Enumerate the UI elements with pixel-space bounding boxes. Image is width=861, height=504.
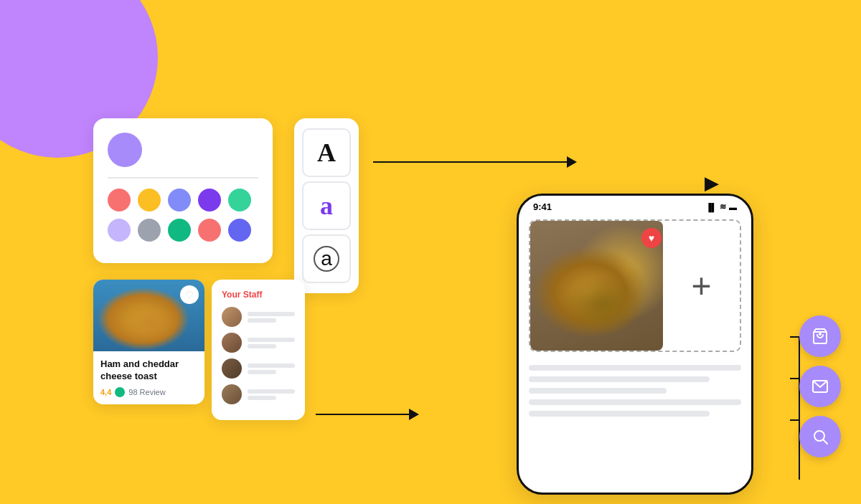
fab-tick-3 (790, 419, 800, 421)
palette-row-1 (108, 189, 258, 211)
color-dot-purple (198, 189, 221, 211)
typo-serif-lowercase: a (302, 181, 351, 230)
food-card: ♡ Ham and cheddar cheese toast 4,4 98 Re… (93, 280, 204, 404)
arrow-bottom-line (316, 414, 409, 415)
staff-avatar-2 (222, 333, 242, 353)
fab-tick-2 (790, 378, 800, 379)
arrow-head (567, 156, 577, 168)
staff-line-b (248, 318, 276, 323)
phone-content-area: ♥ + (529, 219, 741, 352)
phone-status-icons: ▐▌ ≋ ▬ (705, 202, 737, 211)
food-card-body: Ham and cheddar cheese toast 4,4 98 Revi… (93, 351, 204, 404)
food-card-image: ♡ (93, 280, 204, 351)
staff-lines-3 (248, 363, 295, 374)
phone-line-3 (529, 388, 667, 394)
phone-time: 9:41 (533, 201, 552, 212)
fab-tick-1 (790, 336, 800, 338)
rating-dot (115, 387, 125, 397)
mail-fab[interactable] (799, 366, 841, 407)
svg-line-5 (824, 440, 828, 444)
rating-reviews: 98 Review (128, 388, 165, 396)
staff-line-f (248, 370, 276, 374)
arrow-line (373, 161, 567, 163)
arrow-top (373, 156, 577, 168)
palette-card (93, 118, 273, 263)
staff-lines-4 (248, 389, 295, 400)
battery-icon: ▬ (729, 203, 737, 211)
staff-line-c (248, 338, 295, 342)
phone-line-2 (529, 376, 710, 382)
staff-row-2 (222, 333, 295, 353)
staff-line-g (248, 389, 295, 394)
typo-A-label: A (317, 138, 336, 168)
phone-plus-area: + (663, 221, 740, 351)
color-dot-gray (138, 219, 161, 242)
wifi-icon: ≋ (720, 202, 726, 211)
typo-a-purple-label: a (320, 191, 333, 221)
rating-score: 4,4 (100, 388, 111, 396)
color-dot-lavender (108, 219, 131, 242)
staff-row-1 (222, 307, 295, 327)
color-dot-red (108, 189, 131, 211)
cart-fab[interactable] (799, 315, 841, 357)
color-dot-indigo (168, 189, 191, 211)
color-dot-violet (228, 219, 251, 242)
staff-card: Your Staff (212, 280, 305, 420)
fab-group (799, 315, 841, 457)
color-dot-coral (198, 219, 221, 242)
palette-divider (108, 177, 258, 179)
staff-card-title: Your Staff (222, 290, 295, 300)
phone-heart-icon: ♥ (641, 228, 662, 248)
color-dot-yellow (138, 189, 161, 211)
palette-row-2 (108, 219, 258, 242)
plus-icon: + (691, 266, 711, 305)
arrow-bottom-head (409, 409, 419, 420)
signal-icon: ▐▌ (705, 203, 717, 211)
typo-a-rounded-label: a (314, 246, 339, 272)
phone-text-lines (519, 356, 751, 417)
staff-row-4 (222, 384, 295, 404)
phone-mockup: 9:41 ▐▌ ≋ ▬ ♥ + (517, 194, 753, 495)
staff-avatar-3 (222, 358, 242, 379)
staff-line-e (248, 363, 295, 368)
palette-hero-dot (108, 133, 142, 167)
phone-statusbar: 9:41 ▐▌ ≋ ▬ (519, 196, 751, 215)
search-fab[interactable] (799, 416, 841, 457)
food-heart-icon: ♡ (180, 285, 199, 304)
phone-line-5 (529, 411, 710, 417)
staff-line-d (248, 344, 276, 348)
cursor-icon: ▶ (705, 172, 719, 194)
staff-line-h (248, 396, 276, 400)
staff-lines-2 (248, 338, 295, 348)
staff-avatar-4 (222, 384, 242, 404)
arrow-bottom (316, 409, 419, 420)
food-rating: 4,4 98 Review (100, 387, 197, 397)
color-dot-green (228, 189, 251, 211)
staff-row-3 (222, 358, 295, 379)
staff-avatar-1 (222, 307, 242, 327)
phone-line-4 (529, 399, 741, 405)
food-title: Ham and cheddar cheese toast (100, 358, 197, 383)
color-dot-emerald (168, 219, 191, 242)
staff-line-a (248, 312, 295, 316)
phone-line-1 (529, 365, 741, 371)
staff-lines-1 (248, 312, 295, 323)
typo-rounded-lowercase: a (302, 234, 351, 283)
typography-card: A a a (294, 118, 359, 293)
typo-serif-uppercase: A (302, 128, 351, 177)
